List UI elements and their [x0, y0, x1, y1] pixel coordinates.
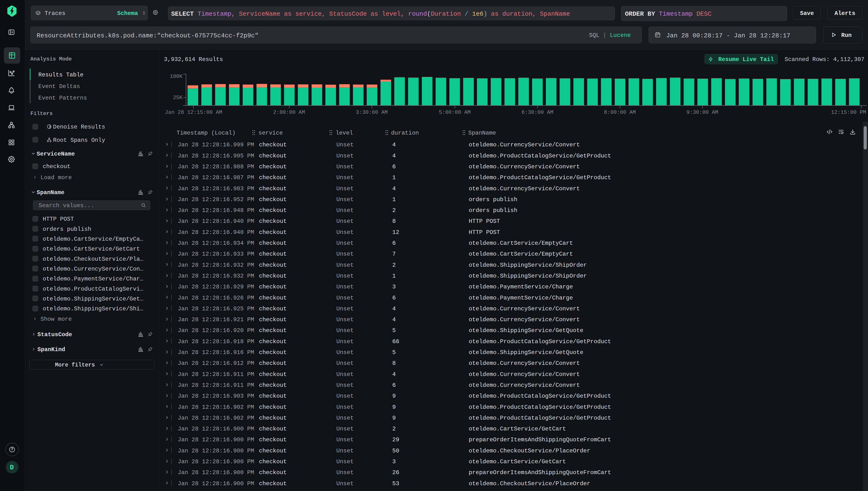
svg-text:Jan 28 12:15:00 AM: Jan 28 12:15:00 AM: [165, 110, 222, 116]
svg-text:100K: 100K: [170, 74, 183, 80]
svg-text:25K: 25K: [173, 95, 182, 101]
svg-text:6:30:00 AM: 6:30:00 AM: [521, 110, 553, 116]
svg-text:9:30:00 AM: 9:30:00 AM: [686, 110, 718, 116]
svg-text:2:00:00 AM: 2:00:00 AM: [273, 110, 305, 116]
svg-text:5:00:00 AM: 5:00:00 AM: [439, 110, 471, 116]
svg-text:12:15:00 PM: 12:15:00 PM: [831, 110, 866, 116]
svg-text:3:30:00 AM: 3:30:00 AM: [356, 110, 388, 116]
svg-text:8:00:00 AM: 8:00:00 AM: [604, 110, 636, 116]
